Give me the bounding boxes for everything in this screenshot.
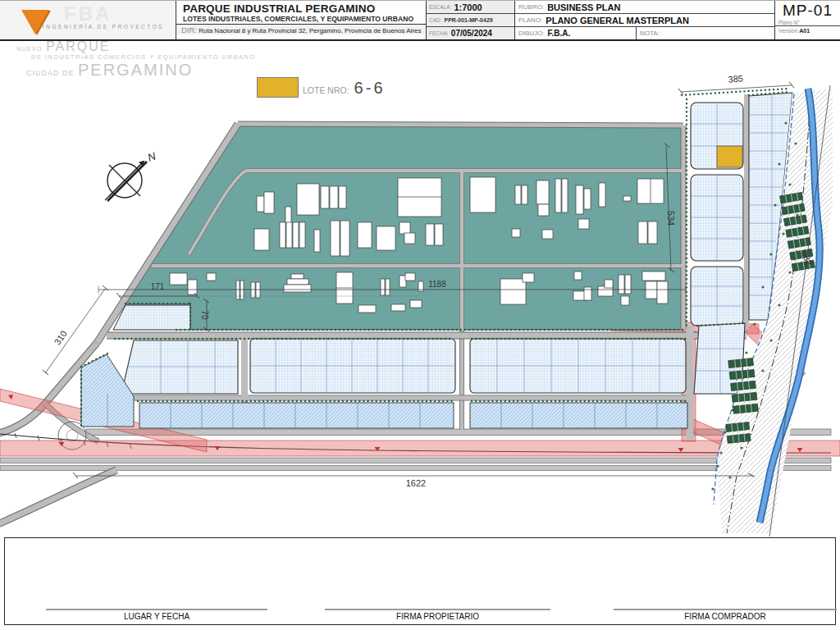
dim-310: 310: [52, 329, 69, 347]
dim-534: 534: [666, 211, 676, 226]
signature-label-propietario: FIRMA PROPIETARIO: [325, 612, 550, 621]
drawing-sheet: { "header": { "logo_text": "FBA", "logo_…: [0, 0, 840, 630]
highlighted-lot-6-6[interactable]: [717, 146, 742, 167]
signature-line-propietario[interactable]: [325, 609, 550, 610]
signature-line-comprador[interactable]: [614, 609, 837, 610]
signature-box: LUGAR Y FECHA FIRMA PROPIETARIO FIRMA CO…: [4, 537, 836, 625]
signature-line-lugar[interactable]: [46, 609, 267, 610]
dim-1188: 1188: [428, 280, 446, 289]
north-compass: N: [105, 149, 158, 201]
masterplan-drawing: 385 534 882 1188 171 70 310 1622 N: [0, 0, 840, 630]
dim-171: 171: [151, 282, 165, 291]
north-label: N: [146, 149, 158, 164]
signature-label-comprador: FIRMA COMPRADOR: [614, 612, 837, 621]
dim-385: 385: [728, 73, 743, 84]
dim-70: 70: [200, 310, 209, 320]
signature-label-lugar: LUGAR Y FECHA: [46, 612, 267, 621]
dim-1622: 1622: [406, 478, 426, 488]
